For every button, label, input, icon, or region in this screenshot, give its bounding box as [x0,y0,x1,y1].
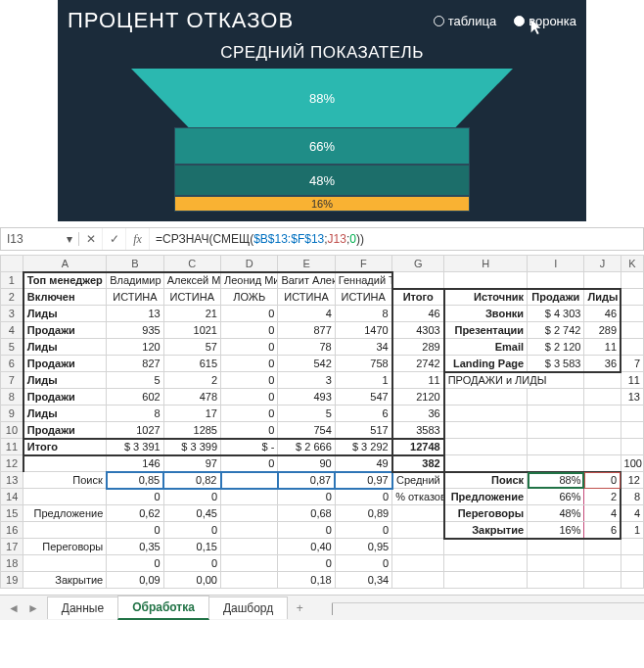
table-row: 1Топ менеджерВладимир ЛисинАлексей Морда… [1,272,644,289]
col-header[interactable]: G [392,256,444,272]
funnel-stage-3: 16% [174,196,470,212]
table-row: 160000Закрытие16%61 [1,522,644,539]
table-row: 8Продажи6024780493547212013 [1,389,644,406]
table-row: 5Лиды1205707834289Email$ 2 12011 [1,339,644,356]
radio-icon [434,16,444,26]
col-header[interactable]: I [528,256,584,272]
table-row: 121469709049382100 [1,455,644,472]
tab-prev-icon[interactable]: ◄ [8,601,20,615]
col-header[interactable]: F [335,256,391,272]
chart-subtitle: СРЕДНИЙ ПОКАЗАТЕЛЬ [68,43,576,63]
table-row: 2ВключенИСТИНАИСТИНАЛОЖЬИСТИНАИСТИНАИтог… [1,289,644,306]
view-toggle: таблица воронка [434,14,576,28]
table-row: 3Лиды132104846Звонки$ 4 30346 [1,306,644,322]
col-header[interactable]: A [23,256,107,272]
col-header[interactable]: D [221,256,278,272]
spreadsheet-grid[interactable]: ABCDEFGHIJK 1Топ менеджерВладимир ЛисинА… [0,255,644,589]
cancel-formula-button[interactable]: ✕ [79,228,103,250]
chevron-down-icon: ▾ [67,232,72,246]
table-row: 140000% отказовПредложение66%28 [1,489,644,505]
table-row: 4Продажи9351021087714704303Презентации$ … [1,322,644,339]
col-header[interactable]: E [278,256,335,272]
table-row: 11Итого$ 3 391$ 3 399$ -$ 2 666$ 3 29212… [1,439,644,455]
funnel-stage-1: 66% [174,127,470,165]
col-header[interactable]: C [163,256,220,272]
radio-icon [514,16,525,26]
fx-button[interactable]: fx [126,228,150,250]
name-box[interactable]: I13▾ [1,232,79,246]
sheet-tab[interactable]: Данные [47,596,118,619]
table-row: 19Закрытие0,090,000,180,34 [1,572,644,589]
funnel-stage-0: 88% [131,69,513,127]
col-header[interactable]: K [621,256,643,272]
sheet-tab-active[interactable]: Обработка [117,596,209,620]
formula-input[interactable]: =СРЗНАЧ(СМЕЩ($B$13:$F$13;J13;0)) [150,232,643,246]
table-row: 7Лиды5203111ПРОДАЖИ и ЛИДЫ11 [1,372,644,389]
chart-title: ПРОЦЕНТ ОТКАЗОВ [68,8,294,33]
table-row: 17Переговоры0,350,150,400,95 [1,539,644,555]
table-row: 9Лиды81705636 [1,406,644,422]
active-cell: 88% [528,472,584,489]
cursor-icon [528,18,545,38]
table-row: 10Продажи1027128507545173583 [1,422,644,439]
formula-bar: I13▾ ✕ ✓ fx =СРЗНАЧ(СМЕЩ($B$13:$F$13;J13… [0,227,644,251]
select-all[interactable] [1,256,23,272]
table-row: 180000 [1,555,644,572]
toggle-funnel[interactable]: воронка [514,14,576,28]
col-header[interactable]: J [584,256,621,272]
accept-formula-button[interactable]: ✓ [103,228,126,250]
add-sheet-button[interactable]: + [287,601,312,615]
table-row: 6Продажи82761505427582742Landing Page$ 3… [1,356,644,372]
col-header[interactable]: H [444,256,528,272]
sheet-tab[interactable]: Дашборд [208,596,288,619]
sheet-tabs: ◄► Данные Обработка Дашборд + [0,595,644,620]
table-row: 15Предложение0,620,450,680,89Переговоры4… [1,505,644,522]
funnel-chart: 88% 66% 48% 16% [68,69,576,221]
table-row: 13Поиск0,850,820,870,97СреднийПоиск88%01… [1,472,644,489]
funnel-chart-panel: ПРОЦЕНТ ОТКАЗОВ таблица воронка СРЕДНИЙ … [58,0,586,221]
toggle-table[interactable]: таблица [434,14,496,28]
col-header[interactable]: B [107,256,163,272]
hscroll[interactable] [332,602,644,614]
funnel-stage-2: 48% [174,165,470,196]
tab-next-icon[interactable]: ► [27,601,39,615]
